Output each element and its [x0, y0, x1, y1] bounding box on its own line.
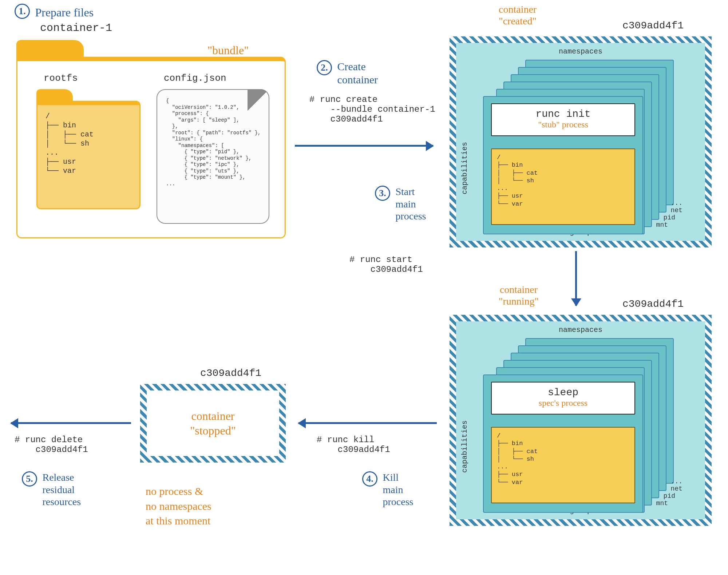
created-proc-name: runc init: [492, 108, 634, 120]
running-id: c309add4f1: [622, 298, 684, 310]
arrow-create: [295, 145, 433, 147]
running-box: namespaces cgroups capabilities ... net …: [450, 315, 712, 526]
created-id: c309add4f1: [622, 20, 684, 31]
config-body: { "ociVersion": "1.0.2", "process": { "a…: [166, 98, 260, 187]
ns-tag-pid: pid: [664, 214, 675, 221]
step1-title: Prepare files: [35, 6, 94, 19]
created-box: namespaces cgroups capabilities ... net …: [450, 36, 712, 247]
step2-title: Create container: [337, 60, 378, 86]
arrow-start: [575, 251, 577, 306]
bundle-tag: "bundle": [207, 44, 249, 57]
ns-tag-more: ...: [671, 199, 682, 207]
step3-header: 3. Start main process: [375, 186, 426, 222]
ns-tag-net-2: net: [671, 485, 682, 492]
rootfs-tree: / ├── bin │ ├── cat │ └── sh ... ├── usr…: [46, 112, 131, 175]
stopped-id: c309add4f1: [200, 368, 261, 379]
step4-title: Kill main process: [383, 471, 413, 508]
page-fold-icon: [248, 89, 269, 111]
ns-tag-net: net: [671, 207, 682, 214]
step5-badge: 5.: [22, 471, 37, 487]
step2-badge: 2.: [317, 60, 332, 75]
config-doc: { "ociVersion": "1.0.2", "process": { "a…: [157, 89, 269, 224]
step5-header: 5. Release residual resources: [22, 471, 81, 508]
arrow-delete: [11, 422, 131, 424]
ns-tag-mnt: mnt: [656, 221, 668, 229]
stopped-box: container "stopped": [140, 384, 286, 463]
ns-tag-more-2: ...: [671, 478, 682, 485]
cmd-delete: # runc delete c309add4f1: [15, 435, 88, 455]
ns-label-top: namespaces: [559, 47, 602, 56]
ns-tag-pid-2: pid: [664, 492, 675, 500]
running-proc: sleep spec's process: [491, 382, 635, 415]
running-proc-note: spec's process: [492, 398, 634, 408]
created-tag: container "created": [499, 4, 537, 27]
step3-title: Start main process: [395, 186, 426, 222]
rootfs-folder: / ├── bin │ ├── cat │ └── sh ... ├── usr…: [36, 89, 141, 209]
running-proc-name: sleep: [492, 387, 634, 398]
running-fs: / ├── bin │ ├── cat │ └── sh ... ├── usr…: [491, 427, 635, 503]
step1-header: 1. Prepare files: [15, 4, 94, 19]
created-proc: runc init "stub" process: [491, 103, 635, 136]
cap-label-2: capabilities: [460, 420, 469, 473]
running-tag: container "running": [499, 284, 539, 307]
created-fs: / ├── bin │ ├── cat │ └── sh ... ├── usr…: [491, 148, 635, 225]
cmd-create: # runc create --bundle container-1 c309a…: [309, 95, 435, 124]
bundle-name: container-1: [40, 22, 112, 34]
step4-header: 4. Kill main process: [362, 471, 413, 508]
config-label: config.json: [164, 73, 226, 84]
cmd-kill: # runc kill c309add4f1: [317, 435, 390, 455]
step1-badge: 1.: [15, 4, 30, 19]
rootfs-label: rootfs: [44, 73, 78, 84]
stopped-note: no process & no namespaces at this momen…: [146, 484, 211, 528]
cap-label: capabilities: [460, 142, 469, 194]
cmd-start: # runc start c309add4f1: [349, 255, 423, 274]
arrow-kill: [298, 422, 437, 424]
step3-badge: 3.: [375, 186, 390, 201]
created-proc-note: "stub" process: [492, 120, 634, 130]
step5-title: Release residual resources: [42, 471, 81, 508]
step4-badge: 4.: [362, 471, 377, 487]
ns-label-top-2: namespaces: [559, 326, 602, 334]
step2-header: 2. Create container: [317, 60, 378, 86]
stopped-tag: container "stopped": [190, 409, 236, 438]
ns-tag-mnt-2: mnt: [656, 500, 668, 507]
